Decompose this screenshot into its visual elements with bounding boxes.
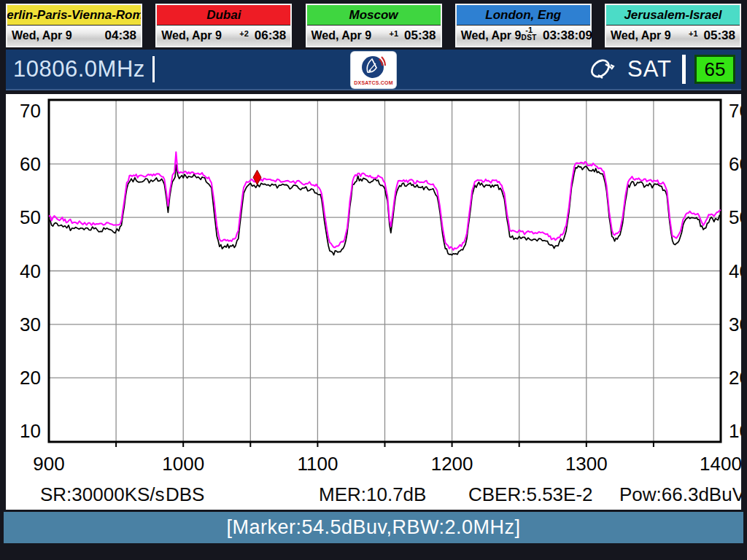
clock-city-label: London, Eng bbox=[457, 5, 590, 26]
city-name: London, Eng bbox=[485, 8, 561, 23]
city-name: Jerusalem-Israel bbox=[624, 8, 721, 23]
svg-text:900: 900 bbox=[33, 453, 64, 475]
clock-date: Wed, Apr 9 bbox=[12, 29, 105, 42]
clock-london: London, Eng Wed, Apr 9 -1DST 03:38:09 bbox=[455, 4, 592, 47]
status-power: Pow:66.3dBuV bbox=[619, 483, 741, 506]
clock-time: 05:38 bbox=[704, 28, 735, 43]
svg-text:50: 50 bbox=[729, 206, 741, 228]
svg-text:50: 50 bbox=[20, 206, 41, 228]
svg-text:1200: 1200 bbox=[431, 453, 473, 475]
svg-text:30: 30 bbox=[729, 314, 741, 335]
city-name: Dubai bbox=[206, 8, 241, 23]
svg-text:60: 60 bbox=[729, 153, 741, 175]
marker-readout-text: [Marker:54.5dBuv,RBW:2.0MHz] bbox=[226, 516, 520, 539]
signal-strength-value: 65 bbox=[694, 55, 735, 84]
status-symbol-rate: SR:30000KS/s bbox=[40, 483, 165, 506]
clock-city-label: Berlin-Paris-Vienna-Roma bbox=[7, 5, 141, 26]
clock-time: 03:38:09 bbox=[543, 28, 592, 43]
sat-label: SAT bbox=[627, 56, 672, 82]
world-clock-row: Berlin-Paris-Vienna-Roma Wed, Apr 9 04:3… bbox=[0, 0, 747, 45]
dxsatcs-logo: DXSATCS.COM bbox=[351, 52, 396, 88]
status-system: DBS bbox=[166, 483, 204, 506]
svg-text:40: 40 bbox=[729, 260, 741, 282]
clock-time: 05:38 bbox=[404, 28, 436, 43]
clock-date: Wed, Apr 9 bbox=[161, 29, 239, 42]
clock-dubai: Dubai Wed, Apr 9 +2 06:38 bbox=[155, 4, 292, 47]
utc-offset: +2 bbox=[239, 30, 249, 38]
clock-moscow: Moscow Wed, Apr 9 +1 05:38 bbox=[306, 4, 442, 47]
svg-text:60: 60 bbox=[20, 153, 41, 175]
svg-text:10: 10 bbox=[20, 420, 41, 442]
svg-text:1400: 1400 bbox=[700, 453, 741, 475]
spectrum-chart[interactable]: 1010202030304040505060607070900100011001… bbox=[6, 94, 741, 510]
clock-city-label: Dubai bbox=[157, 5, 290, 26]
city-name: Moscow bbox=[349, 8, 398, 23]
clock-time: 06:38 bbox=[255, 28, 286, 43]
satellite-meter-screen: { "clocks": [ {"city": "Berlin-Paris-Vie… bbox=[0, 0, 747, 560]
clock-berlin-paris-vienna-roma: Berlin-Paris-Vienna-Roma Wed, Apr 9 04:3… bbox=[6, 4, 142, 47]
svg-text:30: 30 bbox=[20, 314, 41, 335]
clock-time: 04:38 bbox=[105, 28, 136, 43]
status-cber: CBER:5.53E-2 bbox=[468, 483, 593, 506]
spectrum-panel: 1010202030304040505060607070900100011001… bbox=[6, 94, 741, 510]
svg-text:1300: 1300 bbox=[565, 453, 608, 475]
frequency-input[interactable]: 10806.0MHz bbox=[13, 56, 155, 82]
city-name: Berlin-Paris-Vienna-Roma bbox=[7, 8, 141, 23]
svg-text:70: 70 bbox=[20, 100, 41, 122]
separator-bar bbox=[682, 55, 686, 84]
svg-text:20: 20 bbox=[20, 367, 41, 389]
status-mer: MER:10.7dB bbox=[319, 483, 426, 506]
clock-date: Wed, Apr 9 bbox=[611, 29, 689, 42]
svg-text:10: 10 bbox=[729, 420, 741, 442]
clock-city-label: Jerusalem-Israel bbox=[606, 5, 740, 26]
logo-text: DXSATCS.COM bbox=[354, 80, 392, 85]
clock-city-label: Moscow bbox=[307, 5, 441, 26]
utc-offset: +1 bbox=[689, 30, 698, 38]
frequency-value[interactable]: 10806.0MHz bbox=[13, 56, 145, 82]
marker-readout-bar: [Marker:54.5dBuv,RBW:2.0MHz] bbox=[4, 512, 743, 543]
logo-dish-icon bbox=[360, 55, 387, 79]
satellite-dish-icon bbox=[588, 55, 619, 83]
clock-date: Wed, Apr 9 bbox=[311, 29, 390, 42]
clock-jerusalem: Jerusalem-Israel Wed, Apr 9 +1 05:38 bbox=[605, 4, 741, 47]
header-bar: 10806.0MHz DXSATCS.COM SAT 65 bbox=[6, 50, 741, 90]
svg-text:1100: 1100 bbox=[297, 453, 338, 475]
utc-offset-dst: -1DST bbox=[521, 26, 537, 42]
svg-text:70: 70 bbox=[729, 100, 741, 122]
svg-text:20: 20 bbox=[729, 367, 741, 389]
svg-text:40: 40 bbox=[20, 260, 41, 282]
utc-offset: +1 bbox=[389, 30, 398, 38]
text-cursor bbox=[152, 56, 155, 82]
clock-date: Wed, Apr 9 bbox=[461, 29, 522, 42]
svg-text:1000: 1000 bbox=[162, 453, 204, 475]
